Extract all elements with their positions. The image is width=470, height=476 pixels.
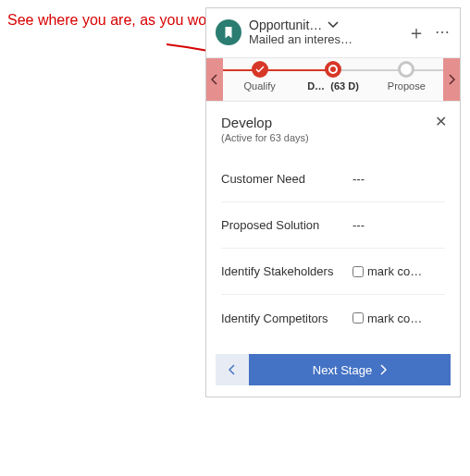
checkbox-label: mark co… xyxy=(367,311,422,325)
field-value[interactable]: mark co… xyxy=(352,264,445,278)
field-value[interactable]: mark co… xyxy=(352,311,445,325)
stage-title: Develop xyxy=(221,115,445,130)
more-button[interactable]: ⋯ xyxy=(435,23,451,41)
future-stage-icon xyxy=(398,61,414,78)
stage-label: D… (63 D) xyxy=(296,80,369,92)
active-stage-icon xyxy=(325,61,341,78)
stage-scroll-right[interactable] xyxy=(443,58,460,101)
field-row[interactable]: Identify Stakeholders mark co… xyxy=(221,249,445,295)
field-label: Identify Competitors xyxy=(221,311,352,325)
stage-footer: Next Stage xyxy=(206,347,460,397)
chevron-down-icon[interactable] xyxy=(328,19,339,31)
add-button[interactable]: ＋ xyxy=(407,23,426,42)
field-value[interactable]: --- xyxy=(352,172,445,186)
field-list: Customer Need --- Proposed Solution --- … xyxy=(206,153,460,347)
record-title: Opportunit… xyxy=(249,18,322,32)
field-label: Customer Need xyxy=(221,172,352,186)
bookmark-icon xyxy=(222,26,235,39)
close-icon[interactable]: ✕ xyxy=(435,113,447,130)
stage-section-header: Develop (Active for 63 days) ✕ xyxy=(206,102,460,153)
next-stage-label: Next Stage xyxy=(313,363,372,377)
record-type-icon xyxy=(216,19,241,45)
field-label: Proposed Solution xyxy=(221,218,352,232)
record-subtitle: Mailed an interes… xyxy=(249,32,378,46)
stage-label: Propose xyxy=(370,80,443,92)
field-value[interactable]: --- xyxy=(352,218,445,232)
header-actions: ＋ ⋯ xyxy=(407,23,451,42)
field-row[interactable]: Customer Need --- xyxy=(221,156,445,202)
stage-label: Qualify xyxy=(223,80,296,92)
stage-track: Qualify D… (63 D) Propose xyxy=(223,58,443,101)
field-row[interactable]: Proposed Solution --- xyxy=(221,202,445,249)
stage-propose[interactable]: Propose xyxy=(370,58,443,101)
header-titles: Opportunit… Mailed an interes… xyxy=(249,18,407,46)
chevron-right-icon xyxy=(379,364,387,375)
stage-develop[interactable]: D… (63 D) xyxy=(296,58,369,101)
stage-subtitle: (Active for 63 days) xyxy=(221,132,445,143)
record-panel: Opportunit… Mailed an interes… ＋ ⋯ Quali… xyxy=(205,7,461,397)
previous-stage-button[interactable] xyxy=(216,354,249,385)
checkbox-label: mark co… xyxy=(367,264,422,278)
stage-scroll-left[interactable] xyxy=(206,58,223,101)
check-icon xyxy=(252,61,268,78)
next-stage-button[interactable]: Next Stage xyxy=(249,354,451,385)
stage-bar: Qualify D… (63 D) Propose xyxy=(206,57,460,102)
field-label: Identify Stakeholders xyxy=(221,264,352,278)
stage-qualify[interactable]: Qualify xyxy=(223,58,296,101)
panel-header: Opportunit… Mailed an interes… ＋ ⋯ xyxy=(206,8,460,57)
mark-complete-checkbox[interactable] xyxy=(352,266,364,277)
mark-complete-checkbox[interactable] xyxy=(352,312,364,323)
field-row[interactable]: Identify Competitors mark co… xyxy=(221,295,445,341)
